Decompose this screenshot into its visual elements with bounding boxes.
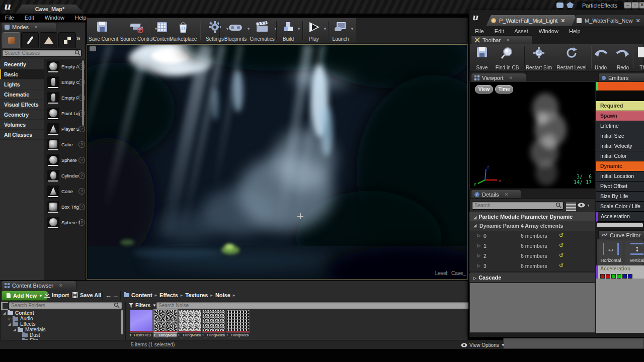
undo-button[interactable]: Undo bbox=[591, 45, 611, 71]
category-basic[interactable]: Basic bbox=[0, 69, 44, 79]
curve-channel-red[interactable] bbox=[600, 274, 605, 279]
particle-viewport-tab[interactable]: Viewport ✕ bbox=[471, 73, 526, 82]
maximize-button[interactable]: ▫ bbox=[631, 2, 639, 9]
collapsed-arrow-icon[interactable]: ▷ bbox=[477, 263, 480, 268]
category-all-classes[interactable]: All Classes bbox=[0, 130, 44, 140]
category-geometry[interactable]: Geometry bbox=[0, 110, 44, 120]
placeable-cylinder[interactable]: Cylinder? bbox=[44, 168, 82, 184]
tab-m-waterfalls-new[interactable]: M_WaterFalls_New ✕ bbox=[572, 15, 644, 26]
tree-scrollbar[interactable] bbox=[121, 310, 123, 334]
emitter-thumbnail[interactable] bbox=[596, 90, 644, 101]
save-button[interactable]: Save bbox=[471, 45, 493, 71]
curve-channel-green[interactable] bbox=[611, 274, 616, 279]
view-options-button[interactable]: View Options ▼ bbox=[461, 340, 505, 349]
module-scale-color-life[interactable]: Scale Color / Life bbox=[596, 202, 644, 212]
close-icon[interactable]: ✕ bbox=[560, 18, 565, 24]
module-dynamic[interactable]: Dynamic bbox=[596, 161, 644, 171]
mode-paint-button[interactable] bbox=[21, 32, 39, 48]
reset-to-default-icon[interactable]: ↺ bbox=[559, 232, 564, 239]
emitter-header[interactable] bbox=[596, 82, 644, 90]
help-icon[interactable]: ? bbox=[78, 141, 85, 148]
tab-p-waterfall-mist-light[interactable]: P_WaterFall_Mist_Light ✕ bbox=[486, 15, 580, 26]
reset-to-default-icon[interactable]: ↺ bbox=[559, 262, 564, 269]
menu-file[interactable]: File bbox=[475, 28, 484, 34]
history-forward-button[interactable]: → bbox=[112, 292, 119, 299]
asset-t-heattile3[interactable] bbox=[130, 310, 153, 333]
help-icon[interactable]: ? bbox=[78, 172, 85, 179]
category-volumes[interactable]: Volumes bbox=[0, 120, 44, 130]
view-menu-button[interactable]: View bbox=[475, 85, 493, 94]
placeable-point-light[interactable]: Point Lig? bbox=[44, 106, 82, 122]
expanded-arrow-icon[interactable]: ◢ bbox=[3, 311, 8, 315]
help-icon[interactable]: ? bbox=[78, 188, 85, 195]
close-icon[interactable]: ✕ bbox=[59, 283, 63, 288]
redo-button[interactable]: Redo bbox=[613, 45, 633, 71]
curve-track-acceleration[interactable]: Acceleration bbox=[596, 265, 644, 279]
placeable-player-start[interactable]: Player S? bbox=[44, 122, 82, 137]
close-icon[interactable]: ✕ bbox=[34, 25, 38, 30]
placeable-empty-character[interactable]: Empty C? bbox=[44, 75, 82, 90]
placeable-box-trigger[interactable]: Box Trig? bbox=[44, 200, 82, 215]
module-acceleration[interactable]: Acceleration bbox=[596, 212, 644, 222]
fit-vertical-button[interactable]: ↕ Vertical bbox=[625, 241, 644, 263]
details-view-options-button[interactable]: ▼ bbox=[578, 201, 593, 209]
add-new-button[interactable]: Add New ▼ bbox=[2, 291, 47, 301]
history-back-button[interactable]: ← bbox=[105, 292, 112, 299]
category-visual-effects[interactable]: Visual Effects bbox=[0, 100, 44, 110]
play-button[interactable]: Play ▼ bbox=[304, 20, 324, 43]
help-icon[interactable]: ? bbox=[78, 204, 85, 210]
marketplace-button[interactable]: U Marketplace bbox=[168, 20, 199, 43]
blueprints-button[interactable]: Blueprints ▼ bbox=[221, 20, 250, 43]
array-element-row[interactable]: ▷ 0 6 members ↺ bbox=[469, 231, 595, 242]
close-icon[interactable]: ✕ bbox=[636, 18, 640, 24]
mode-geometry-button[interactable] bbox=[58, 32, 76, 48]
curve-editor-tab[interactable]: Curve Editor bbox=[598, 230, 644, 239]
menu-edit[interactable]: Edit bbox=[25, 15, 34, 21]
category-recently-placed[interactable]: Recently Placed bbox=[0, 59, 44, 69]
placeable-cube[interactable]: Cube? bbox=[44, 137, 82, 153]
category-cinematic[interactable]: Cinematic bbox=[0, 89, 44, 100]
breadcrumb-textures[interactable]: Textures bbox=[185, 292, 208, 298]
save-all-button[interactable]: Save All bbox=[72, 291, 101, 300]
expanded-arrow-icon[interactable]: ◢ bbox=[13, 328, 18, 332]
curve-channel-red[interactable] bbox=[606, 274, 610, 279]
collapsed-arrow-icon[interactable]: ▷ bbox=[477, 233, 480, 238]
category-lights[interactable]: Lights bbox=[0, 79, 44, 89]
asset-t-tilingnoise[interactable] bbox=[202, 310, 225, 333]
array-element-row[interactable]: ▷ 3 6 members ↺ bbox=[469, 261, 595, 272]
close-icon[interactable]: ✕ bbox=[505, 192, 509, 197]
mode-landscape-button[interactable] bbox=[40, 32, 57, 48]
placeable-sphere[interactable]: Sphere? bbox=[44, 153, 82, 168]
modes-scrollbar[interactable] bbox=[82, 60, 84, 126]
module-initial-size[interactable]: Initial Size bbox=[596, 131, 644, 141]
filters-button[interactable]: Filters ▼ bbox=[129, 301, 156, 310]
modes-panel-tab[interactable]: Modes ✕ bbox=[1, 22, 56, 31]
restart-sim-button[interactable]: Restart Sim bbox=[523, 45, 554, 71]
menu-window[interactable]: Window bbox=[45, 15, 64, 21]
details-search-input[interactable] bbox=[472, 201, 564, 210]
module-initial-color[interactable]: Initial Color bbox=[596, 151, 644, 161]
tree-item-dust[interactable]: Dust bbox=[22, 332, 40, 338]
search-classes-input[interactable] bbox=[2, 49, 82, 57]
minimize-button[interactable]: – bbox=[624, 2, 631, 9]
details-section-header[interactable]: ◢Particle Module Parameter Dynamic bbox=[469, 212, 595, 222]
module-required[interactable]: Required bbox=[596, 101, 644, 111]
expanded-arrow-icon[interactable]: ◢ bbox=[8, 322, 13, 326]
property-matrix-icon[interactable] bbox=[565, 201, 578, 212]
menu-help[interactable]: Help bbox=[569, 28, 581, 34]
module-initial-velocity[interactable]: Initial Velocity bbox=[596, 141, 644, 151]
level-tab[interactable]: Cave_Map* bbox=[15, 5, 85, 14]
tree-item-content[interactable]: ◢Content bbox=[3, 310, 34, 316]
menu-file[interactable]: File bbox=[5, 15, 14, 21]
module-spawn[interactable]: Spawn bbox=[596, 111, 644, 121]
placeable-empty-actor[interactable]: Empty A? bbox=[44, 59, 82, 75]
help-icon[interactable]: ? bbox=[78, 157, 85, 163]
module-pivot-offset[interactable]: Pivot Offset bbox=[596, 182, 644, 192]
content-browser-tab[interactable]: Content Browser ✕ bbox=[1, 281, 76, 290]
reset-to-default-icon[interactable]: ↺ bbox=[559, 252, 564, 259]
emitters-scrollbar[interactable] bbox=[597, 223, 643, 227]
reset-to-default-icon[interactable]: ↺ bbox=[559, 242, 564, 249]
array-element-row[interactable]: ▷ 1 6 members ↺ bbox=[469, 241, 595, 252]
find-in-cb-button[interactable]: Find in CB bbox=[493, 45, 521, 71]
tree-item-effects[interactable]: ◢Effects bbox=[8, 321, 35, 327]
